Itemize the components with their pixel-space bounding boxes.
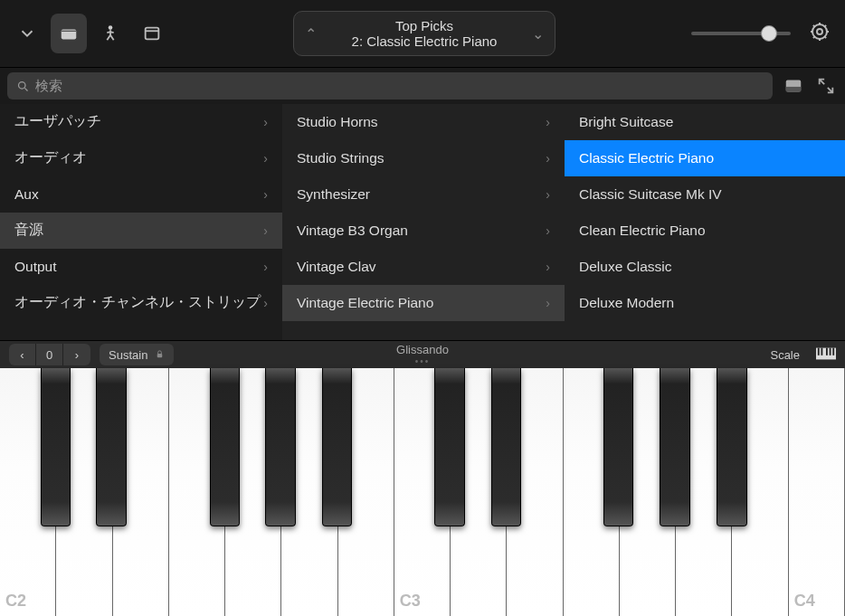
key-label: C4 xyxy=(794,592,815,611)
list-item[interactable]: Vintage Clav› xyxy=(282,249,565,285)
white-key[interactable]: C3 xyxy=(394,368,451,616)
svg-rect-11 xyxy=(821,347,823,355)
svg-rect-7 xyxy=(786,87,802,92)
preset-prev-icon[interactable]: ⌃ xyxy=(305,25,317,43)
search-icon xyxy=(16,80,30,93)
list-item[interactable]: オーディオ› xyxy=(0,140,282,176)
list-item-label: Output xyxy=(14,259,57,275)
chevron-right-icon: › xyxy=(263,296,268,310)
white-key[interactable] xyxy=(338,368,394,616)
key-label: C3 xyxy=(400,592,421,611)
list-item[interactable]: Studio Horns› xyxy=(282,104,565,140)
volume-thumb[interactable] xyxy=(761,25,777,42)
svg-point-4 xyxy=(817,29,822,34)
list-item[interactable]: 音源› xyxy=(0,213,282,249)
list-item[interactable]: ユーザパッチ› xyxy=(0,104,282,140)
chevron-right-icon: › xyxy=(263,223,268,238)
list-item[interactable]: オーディオ・チャンネル・ストリップ› xyxy=(0,285,282,321)
octave-value: 0 xyxy=(36,344,63,365)
list-item[interactable]: Classic Suitcase Mk IV xyxy=(565,176,845,213)
svg-point-5 xyxy=(19,81,26,89)
white-key[interactable] xyxy=(564,368,620,616)
preset-line2: 2: Classic Electric Piano xyxy=(317,33,532,49)
list-item-label: ユーザパッチ xyxy=(14,112,101,131)
key-label: C2 xyxy=(5,592,26,611)
piano-keyboard[interactable]: C2C3C4 xyxy=(0,368,845,616)
window-icon[interactable] xyxy=(134,14,170,53)
list-item[interactable]: Vintage B3 Organ› xyxy=(282,213,565,249)
volume-slider[interactable] xyxy=(691,32,791,35)
chevron-right-icon: › xyxy=(263,260,268,274)
list-item-label: Vintage B3 Organ xyxy=(297,223,408,239)
settings-gear-icon[interactable] xyxy=(809,21,831,46)
patch-browser: ユーザパッチ›オーディオ›Aux›音源›Output›オーディオ・チャンネル・ス… xyxy=(0,104,845,340)
list-item[interactable]: Vintage Electric Piano› xyxy=(282,285,565,321)
list-item-label: Clean Electric Piano xyxy=(579,223,706,239)
chevron-right-icon: › xyxy=(546,187,550,202)
svg-rect-8 xyxy=(157,354,163,357)
list-item-label: 音源 xyxy=(14,221,43,240)
white-key[interactable] xyxy=(507,368,563,616)
white-key[interactable] xyxy=(56,368,112,616)
search-input[interactable]: 検索 xyxy=(7,72,773,100)
chevron-right-icon: › xyxy=(546,296,550,310)
list-item-label: Aux xyxy=(14,186,39,203)
white-key[interactable] xyxy=(281,368,337,616)
preset-selector[interactable]: ⌃ Top Picks 2: Classic Electric Piano ⌄ xyxy=(293,11,555,56)
sustain-button[interactable]: Sustain xyxy=(100,344,174,365)
list-item[interactable]: Bright Suitcase xyxy=(565,104,845,140)
white-key[interactable] xyxy=(732,368,788,616)
octave-down-icon[interactable]: ‹ xyxy=(9,344,36,365)
keyboard-layout-icon[interactable] xyxy=(816,347,836,363)
svg-rect-13 xyxy=(830,347,831,355)
scale-button[interactable]: Scale xyxy=(770,348,800,362)
svg-rect-2 xyxy=(146,28,159,40)
list-item[interactable]: Deluxe Classic xyxy=(565,249,845,285)
list-item[interactable]: Deluxe Modern xyxy=(565,285,845,321)
white-key[interactable]: C2 xyxy=(0,368,56,616)
octave-up-icon[interactable]: › xyxy=(63,344,90,365)
white-key[interactable] xyxy=(225,368,281,616)
list-item-label: Deluxe Classic xyxy=(579,259,672,275)
svg-rect-12 xyxy=(826,347,828,355)
list-item-label: Vintage Electric Piano xyxy=(297,295,433,311)
white-key[interactable] xyxy=(620,368,676,616)
list-item[interactable]: Clean Electric Piano xyxy=(565,213,845,249)
page-dots: ••• xyxy=(396,356,449,366)
top-toolbar: ⌃ Top Picks 2: Classic Electric Piano ⌄ xyxy=(0,0,845,68)
list-item-label: オーディオ・チャンネル・ストリップ xyxy=(14,293,261,312)
browser-col-categories: ユーザパッチ›オーディオ›Aux›音源›Output›オーディオ・チャンネル・ス… xyxy=(0,104,282,340)
view-mode-icon[interactable] xyxy=(782,74,805,98)
chevron-right-icon: › xyxy=(546,260,550,274)
white-key[interactable] xyxy=(451,368,507,616)
library-icon[interactable] xyxy=(51,14,87,53)
play-mode-label[interactable]: Glissando ••• xyxy=(396,343,449,366)
menu-dropdown-icon[interactable] xyxy=(9,14,45,53)
chevron-right-icon: › xyxy=(546,223,550,238)
preset-title: Top Picks 2: Classic Electric Piano xyxy=(317,18,532,50)
list-item-label: Studio Strings xyxy=(297,150,385,166)
browser-col-presets: Bright SuitcaseClassic Electric PianoCla… xyxy=(565,104,845,340)
list-item-label: Vintage Clav xyxy=(297,259,376,275)
white-key[interactable] xyxy=(676,368,732,616)
svg-rect-10 xyxy=(818,347,820,355)
white-key[interactable] xyxy=(169,368,225,616)
white-key[interactable]: C4 xyxy=(789,368,845,616)
list-item[interactable]: Output› xyxy=(0,249,282,285)
list-item[interactable]: Classic Electric Piano xyxy=(565,140,845,176)
preset-next-icon[interactable]: ⌄ xyxy=(532,25,544,43)
octave-stepper[interactable]: ‹ 0 › xyxy=(9,344,90,365)
white-key[interactable] xyxy=(113,368,169,616)
chevron-right-icon: › xyxy=(546,115,550,129)
collapse-icon[interactable] xyxy=(814,74,838,98)
chevron-right-icon: › xyxy=(546,151,550,166)
chevron-right-icon: › xyxy=(263,151,268,166)
performer-icon[interactable] xyxy=(92,14,128,53)
browser-col-instruments: Studio Horns›Studio Strings›Synthesizer›… xyxy=(282,104,565,340)
list-item-label: Studio Horns xyxy=(297,114,378,130)
list-item-label: オーディオ xyxy=(14,148,87,167)
list-item[interactable]: Synthesizer› xyxy=(282,176,565,213)
list-item[interactable]: Studio Strings› xyxy=(282,140,565,176)
search-row: 検索 xyxy=(0,68,845,104)
list-item[interactable]: Aux› xyxy=(0,176,282,213)
